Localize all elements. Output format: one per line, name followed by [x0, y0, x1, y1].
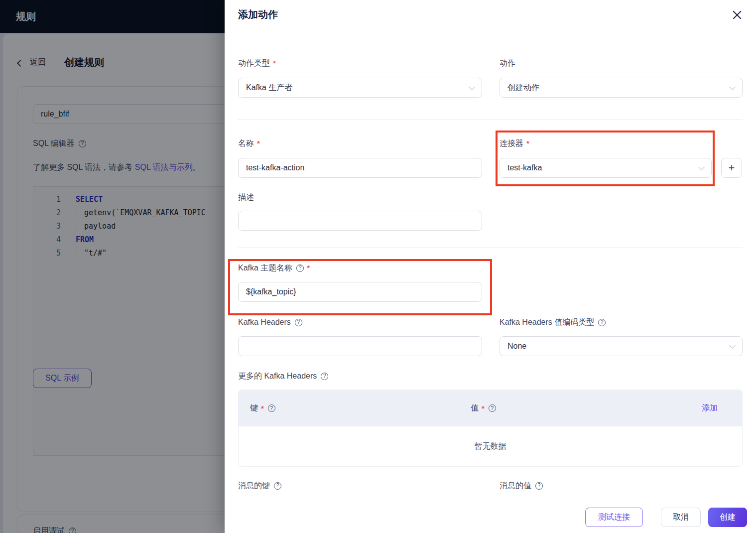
required-asterisk	[307, 263, 310, 273]
message-key-label-text: 消息的键	[238, 481, 270, 491]
help-icon[interactable]	[274, 482, 281, 490]
required-asterisk	[261, 404, 264, 412]
connector-label: 连接器	[500, 138, 529, 148]
description-label: 描述	[238, 192, 254, 202]
add-header-link[interactable]: 添加	[702, 403, 718, 413]
action-type-value: Kafka 生产者	[246, 83, 292, 92]
add-action-drawer: 添加动作 动作类型 Kafka 生产者 动作 创建动作 名称 连接器	[225, 0, 756, 533]
action-label-text: 动作	[500, 58, 515, 68]
help-icon[interactable]	[268, 404, 275, 412]
help-icon[interactable]	[598, 319, 606, 326]
chevron-down-icon	[729, 84, 736, 90]
help-icon[interactable]	[295, 319, 302, 326]
kafka-topic-label: Kafka 主题名称	[238, 263, 310, 273]
more-headers-label-text: 更多的 Kafka Headers	[238, 371, 317, 381]
connector-value: test-kafka	[507, 163, 542, 172]
action-label: 动作	[500, 58, 515, 68]
help-icon[interactable]	[535, 482, 543, 490]
divider	[238, 120, 743, 120]
action-type-label: 动作类型	[238, 58, 276, 68]
test-connection-button[interactable]: 测试连接	[585, 508, 643, 527]
action-type-select[interactable]: Kafka 生产者	[238, 78, 482, 98]
message-value-label: 消息的值	[500, 481, 543, 491]
key-column-text: 键	[250, 403, 258, 413]
help-icon[interactable]	[489, 404, 496, 412]
required-asterisk	[482, 404, 485, 412]
chevron-down-icon	[729, 342, 736, 349]
headers-encode-label-text: Kafka Headers 值编码类型	[500, 317, 594, 327]
headers-table-header: 键 值 添加	[238, 390, 743, 426]
action-select[interactable]: 创建动作	[500, 78, 743, 98]
close-icon[interactable]	[732, 10, 742, 20]
screen: 规则 返回 创建规则 SQL 编辑器 了解更多 SQL 语法，请参考 SQL 语…	[0, 0, 756, 533]
kafka-topic-label-text: Kafka 主题名称	[238, 263, 292, 273]
message-key-label: 消息的键	[238, 481, 281, 491]
name-label: 名称	[238, 138, 260, 148]
help-icon[interactable]	[321, 373, 328, 380]
headers-encode-label: Kafka Headers 值编码类型	[500, 317, 606, 327]
required-asterisk	[526, 138, 529, 148]
connector-select[interactable]: test-kafka	[500, 158, 712, 178]
more-headers-label: 更多的 Kafka Headers	[238, 371, 328, 381]
message-value-label-text: 消息的值	[500, 481, 531, 491]
required-asterisk	[257, 138, 260, 148]
add-connector-button[interactable]	[721, 158, 742, 178]
value-column-text: 值	[471, 403, 479, 413]
description-input[interactable]	[238, 211, 482, 231]
name-label-text: 名称	[238, 138, 254, 148]
drawer-title: 添加动作	[238, 8, 278, 21]
connector-label-text: 连接器	[500, 138, 523, 148]
cancel-button[interactable]: 取消	[661, 508, 701, 527]
create-button[interactable]: 创建	[708, 508, 747, 527]
headers-encode-select[interactable]: None	[500, 336, 743, 356]
chevron-down-icon	[698, 164, 705, 170]
name-input[interactable]	[238, 158, 482, 178]
key-column-header: 键	[250, 403, 275, 413]
description-label-text: 描述	[238, 192, 254, 202]
action-type-label-text: 动作类型	[238, 58, 270, 68]
divider	[238, 248, 743, 248]
kafka-headers-label-text: Kafka Headers	[238, 317, 291, 327]
headers-table: 键 值 添加 暂无数据	[238, 390, 743, 467]
action-value: 创建动作	[507, 83, 539, 92]
required-asterisk	[273, 58, 276, 68]
headers-encode-value: None	[507, 342, 526, 350]
chevron-down-icon	[469, 84, 475, 90]
help-icon[interactable]	[296, 265, 304, 272]
kafka-topic-input[interactable]	[238, 282, 482, 302]
kafka-headers-input[interactable]	[238, 336, 482, 356]
headers-table-empty: 暂无数据	[238, 426, 743, 467]
kafka-headers-label: Kafka Headers	[238, 317, 302, 327]
value-column-header: 值	[471, 403, 496, 413]
